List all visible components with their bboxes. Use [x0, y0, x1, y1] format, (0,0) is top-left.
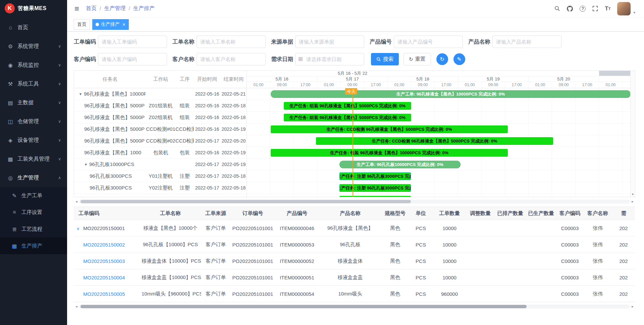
sidebar-item-production-workorder[interactable]: ✎生产工单: [0, 187, 67, 204]
product-code-input[interactable]: [394, 36, 463, 48]
search-button[interactable]: 搜索: [371, 53, 399, 65]
avatar[interactable]: [617, 2, 631, 15]
chevron-down-icon: ∨: [58, 100, 61, 105]
fullscreen-icon[interactable]: [592, 6, 598, 11]
search-icon[interactable]: [554, 6, 560, 11]
app-logo[interactable]: K 苦糖果MES: [0, 0, 67, 17]
sidebar-item-process-flow[interactable]: ≣工艺流程: [0, 221, 67, 237]
gantt-order-bar[interactable]: 生产工单: 96孔移液盒【黑色】10000PCS 完成比例: 0%: [271, 90, 630, 98]
gantt-task-bar[interactable]: 生产任务: 组装 96孔移液盒【黑色】5000PCS 完成比例: 0%: [284, 102, 411, 110]
filter-field-product-name: 产品名称: [468, 36, 567, 48]
hamburger-menu-icon[interactable]: ≡: [74, 5, 79, 13]
sidebar-item-label: 系统管理: [17, 43, 39, 50]
table-column-header: 产品名称: [319, 207, 382, 220]
workorder-link[interactable]: MO202205150004: [83, 275, 125, 280]
workorder-code-input[interactable]: [98, 36, 167, 48]
github-icon[interactable]: [567, 6, 573, 12]
gantt-task-row[interactable]: 96孔移液盒【黑色】5000PZ02组装机组装2022-05-162022-05…: [74, 112, 247, 123]
gantt-task-row[interactable]: 96孔移液盒【黑色】1000包装机包装2022-05-162022-05-19: [74, 147, 247, 159]
edit-button[interactable]: ✎: [453, 53, 465, 65]
gantt-task-name: ▼96孔移液盒【黑色】10000PC: [74, 91, 146, 97]
workorder-table: 工单编码工单名称工单来源订单编号产品编号产品名称规格型号单位工单数量调整数量已排…: [74, 207, 635, 302]
gantt-task-row[interactable]: 96孔移液盒【黑色】5000PCCD检测#02CCD检测2022-05-1720…: [74, 135, 247, 147]
workorder-link[interactable]: MO202205150003: [83, 258, 125, 264]
gantt-task-bar[interactable]: 生产任务: 注塑 96孔孔板3000PCS 完成: [339, 172, 411, 180]
sidebar-item-master-data[interactable]: ▤主数据∨: [0, 93, 67, 112]
collapse-arrow-icon[interactable]: ▼: [79, 92, 82, 96]
gantt-range-header: 5月 16 - 5月 22: [247, 71, 630, 76]
gantt-task-row[interactable]: 96孔移液盒【黑色】5000PZ01组装机组装2022-05-162022-05…: [74, 100, 247, 112]
cell-cust_name: 张伟: [583, 269, 612, 286]
filter-field-source-doc: 来源单据: [271, 36, 370, 48]
gantt-task-bar[interactable]: 生产任务: 注塑 96孔孔板3000PCS 完成: [339, 184, 411, 192]
gantt-vertical-scrollbar[interactable]: ▼: [630, 71, 635, 197]
sidebar-item-system-monitor[interactable]: ◉系统监控∨: [0, 56, 67, 74]
sidebar-item-process-setting[interactable]: ≡工序设置: [0, 204, 67, 221]
tab-home[interactable]: 首页: [74, 19, 90, 30]
gantt-task-row[interactable]: 96孔移液盒【黑色】5000PCCD检测#01CCD检测2022-05-1620…: [74, 123, 247, 135]
breadcrumb-item[interactable]: 首页: [86, 5, 97, 12]
demand-date-input[interactable]: [295, 53, 364, 65]
gantt-task-start-date: 2022-05-16: [194, 91, 220, 97]
filter-field-customer-name: 客户名称: [172, 53, 271, 65]
sidebar-item-production-scheduling[interactable]: ▦生产排产: [0, 237, 67, 254]
gantt-task-row[interactable]: 96孔孔板3000PCSY02注塑机注塑2022-05-172022-05-18: [74, 182, 247, 194]
reset-button[interactable]: ↻ 重置: [404, 53, 431, 65]
tab-production-scheduling[interactable]: 生产排产×: [92, 19, 129, 30]
sidebar-item-equipment-management[interactable]: ◈设备管理∨: [0, 131, 67, 150]
gantt-task-bar[interactable]: 生产任务: CCD检测 96孔移液盒【黑色】5000PCS 完成比例: 0%: [316, 137, 553, 145]
gantt-task-name: 96孔孔板3000PCS: [74, 173, 146, 179]
gantt-task-bar[interactable]: 生产任务: 注塑 96孔孔板3000PCS 完成: [339, 196, 411, 197]
sidebar-item-fixture-management[interactable]: ▩工装夹具管理∨: [0, 150, 67, 168]
gantt-task-bar[interactable]: 生产任务: 包装 96孔移液盒【黑色】10000PCS 完成比例: 0%: [271, 149, 508, 157]
source-doc-input[interactable]: [295, 36, 364, 48]
gantt-task-row[interactable]: ▼96孔孔板10000PCS2022-05-172022-05-19: [74, 159, 247, 170]
product-name-input[interactable]: [492, 36, 561, 48]
sidebar-item-home[interactable]: ⌂首页: [0, 18, 67, 37]
workorder-link[interactable]: MO202205150002: [83, 242, 125, 248]
chevron-down-icon[interactable]: ▾: [633, 10, 635, 15]
font-size-icon[interactable]: TT: [605, 5, 610, 12]
gantt-hour-tick: 01:00: [247, 82, 270, 88]
collapse-arrow-icon[interactable]: ▼: [84, 163, 88, 166]
scroll-right-arrow[interactable]: ►: [630, 200, 635, 203]
close-icon[interactable]: ×: [122, 21, 125, 27]
table-column-header: 需: [612, 207, 635, 220]
sidebar-item-production-management[interactable]: ◎生产管理∧: [0, 168, 67, 187]
gantt-task-start-date: 2022-05-16: [194, 150, 220, 155]
gantt-task-row[interactable]: 96孔孔板3000PCSY03注塑机注塑2022-05-172022-05-18: [74, 194, 247, 197]
gantt-order-bar[interactable]: 生产工单: 96孔孔板10000PCS 完成比例: 0%: [339, 161, 461, 168]
sidebar-item-label: 仓储管理: [17, 118, 39, 125]
sidebar-item-label: 工序设置: [21, 209, 42, 216]
scroll-left-arrow[interactable]: ◄: [74, 200, 79, 203]
customer-name-input[interactable]: [197, 53, 266, 65]
cell-item: ITEM00000054: [275, 286, 319, 302]
workorder-link[interactable]: MO202205150001: [83, 225, 125, 231]
customer-code-input[interactable]: [98, 53, 167, 65]
scroll-right-arrow[interactable]: ►: [630, 305, 635, 308]
scroll-left-arrow[interactable]: ◄: [74, 305, 79, 308]
gantt-task-row[interactable]: ▼96孔移液盒【黑色】10000PC2022-05-162022-05-21: [74, 88, 247, 100]
gantt-table-body: ▼96孔移液盒【黑色】10000PC2022-05-162022-05-2196…: [74, 88, 247, 197]
chevron-down-icon[interactable]: ∨: [76, 226, 83, 231]
gantt-task-bar[interactable]: 生产任务: 组装 96孔移液盒【黑色】5000PCS 完成比例: 0%: [284, 114, 411, 121]
gantt-table-header: 任务名工作站工序开始时间结束时间: [74, 71, 247, 88]
question-icon[interactable]: ?: [580, 6, 586, 12]
gantt-task-bar[interactable]: 生产任务: CCD检测 96孔移液盒【黑色】5000PCS 完成比例: 0%: [271, 125, 508, 133]
sidebar-item-warehouse-management[interactable]: ◫仓储管理∨: [0, 112, 67, 131]
scroll-down-arrow[interactable]: ▼: [631, 193, 635, 196]
app-root: K 苦糖果MES ⌂首页⚙系统管理∨◉系统监控∨⚒系统工具∨▤主数据∨◫仓储管理…: [0, 0, 644, 325]
sync-button[interactable]: ↻: [436, 53, 448, 65]
breadcrumb-item[interactable]: 生产管理: [104, 5, 125, 12]
gantt-day-row: 5月 165月 175月 185月 195月 20: [247, 76, 630, 82]
filter-label: 来源单据: [271, 38, 295, 46]
gantt-task-row[interactable]: 96孔孔板3000PCSY01注塑机注塑2022-05-172022-05-18: [74, 170, 247, 182]
scrollbar-thumb[interactable]: [80, 305, 527, 308]
gantt-task-start-date: 2022-05-17: [194, 162, 220, 167]
scrollbar-thumb[interactable]: [80, 200, 411, 203]
sidebar-item-system-management[interactable]: ⚙系统管理∨: [0, 37, 67, 56]
sidebar-item-system-tools[interactable]: ⚒系统工具∨: [0, 74, 67, 93]
cell-name: 10mm吸头【960000】PCS: [140, 286, 201, 302]
workorder-name-input[interactable]: [197, 36, 266, 48]
workorder-link[interactable]: MO202205150005: [83, 291, 125, 297]
